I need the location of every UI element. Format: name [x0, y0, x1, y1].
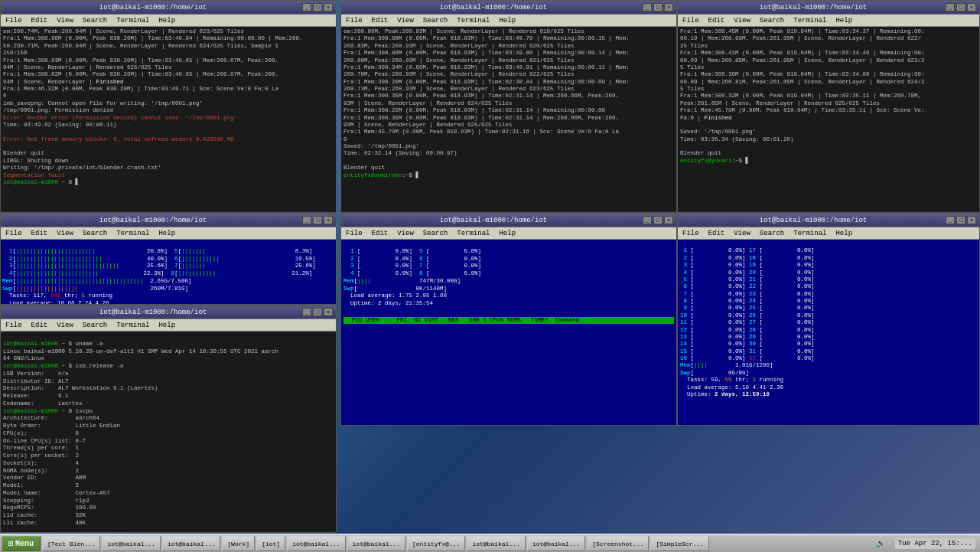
- start-button[interactable]: ⊞ Menu: [2, 536, 41, 551]
- menu-file-3[interactable]: File: [681, 17, 701, 24]
- taskbar-btn-8[interactable]: iot@baikal...: [467, 536, 525, 551]
- menu-bar-3: File Edit View Search Terminal Help: [678, 15, 979, 27]
- taskbar-btn-1[interactable]: iot@baikal...: [102, 536, 160, 551]
- menu-terminal-6[interactable]: Terminal: [115, 322, 151, 329]
- minimize-btn-htop[interactable]: _: [302, 216, 311, 224]
- menu-file-htop[interactable]: File: [4, 230, 24, 237]
- taskbar-label-3: [Work]: [227, 541, 249, 547]
- menu-view-4[interactable]: View: [396, 230, 415, 237]
- taskbar-right: 🔊 ⚡ Tue Apr 22, 15:...: [876, 538, 978, 549]
- title-bar-1: iot@baikal-m1000:/home/iot _ □ ×: [1, 1, 336, 15]
- menu-search-4[interactable]: Search: [422, 230, 449, 237]
- menu-edit-4[interactable]: Edit: [370, 230, 390, 237]
- terminal-window-4: iot@baikal-m1000:/home/iot _ □ × File Ed…: [340, 213, 677, 426]
- maximize-btn-3[interactable]: □: [956, 3, 965, 11]
- terminal-content-4: 1 [ 0.0%] 5 [ 0.0%] 2 [ 0.0%] 6 [ 0.0%] …: [341, 240, 676, 425]
- menu-terminal-5[interactable]: Terminal: [792, 230, 828, 237]
- menu-terminal-3[interactable]: Terminal: [792, 17, 828, 24]
- close-btn-2[interactable]: ×: [664, 3, 673, 11]
- window-controls-6: _ □ ×: [302, 308, 333, 316]
- terminal-window-1: iot@baikal-m1000:/home/iot _ □ × File Ed…: [0, 0, 337, 213]
- menu-help-2[interactable]: Help: [497, 17, 517, 24]
- close-btn-1[interactable]: ×: [324, 3, 333, 11]
- menu-edit-6[interactable]: Edit: [30, 322, 50, 329]
- menu-edit-1[interactable]: Edit: [30, 17, 50, 24]
- menu-terminal-4[interactable]: Terminal: [455, 230, 491, 237]
- maximize-btn-1[interactable]: □: [313, 3, 322, 11]
- window-controls-htop: _ □ ×: [302, 216, 333, 224]
- maximize-btn-5[interactable]: □: [956, 216, 965, 224]
- menu-edit-htop[interactable]: Edit: [30, 230, 50, 237]
- menu-view-6[interactable]: View: [55, 322, 75, 329]
- terminal-content-5: 1 [ 0.0%] 17 [ 0.0%] 2 [ 0.0%] 18 [ 0.0%…: [678, 240, 979, 425]
- title-bar-title-3: iot@baikal-m1000:/home/iot: [681, 4, 946, 11]
- maximize-btn-htop[interactable]: □: [313, 216, 322, 224]
- menu-terminal-2[interactable]: Terminal: [455, 17, 491, 24]
- menu-search-5[interactable]: Search: [758, 230, 786, 237]
- taskbar-btn-11[interactable]: [SimpleScr...: [650, 536, 708, 551]
- menu-file-1[interactable]: File: [4, 17, 24, 24]
- close-btn-3[interactable]: ×: [967, 3, 976, 11]
- menu-help-3[interactable]: Help: [834, 17, 854, 24]
- minimize-btn-5[interactable]: _: [946, 216, 955, 224]
- menu-view-2[interactable]: View: [396, 17, 415, 24]
- menu-bar-5: File Edit View Search Terminal Help: [678, 227, 979, 240]
- taskbar-label-7: [entityfx@...: [412, 541, 460, 547]
- menu-file-2[interactable]: File: [344, 17, 364, 24]
- taskbar-label-11: [SimpleScr...: [656, 541, 703, 547]
- menu-edit-2[interactable]: Edit: [370, 17, 390, 24]
- minimize-btn-1[interactable]: _: [302, 3, 311, 11]
- minimize-btn-4[interactable]: _: [643, 216, 652, 224]
- menu-view-3[interactable]: View: [732, 17, 752, 24]
- menu-edit-5[interactable]: Edit: [707, 230, 727, 237]
- close-btn-4[interactable]: ×: [664, 216, 673, 224]
- taskbar-btn-3[interactable]: [Work]: [222, 536, 255, 551]
- maximize-btn-4[interactable]: □: [653, 216, 663, 224]
- terminal-window-6: iot@baikal-m1000:/home/iot _ □ × File Ed…: [0, 305, 337, 533]
- terminal-window-5: iot@baikal-m1000:/home/iot _ □ × File Ed…: [677, 213, 980, 426]
- close-btn-5[interactable]: ×: [967, 216, 976, 224]
- menu-file-6[interactable]: File: [4, 322, 24, 329]
- minimize-btn-3[interactable]: _: [946, 3, 955, 11]
- menu-help-5[interactable]: Help: [834, 230, 854, 237]
- menu-help-6[interactable]: Help: [157, 322, 177, 329]
- taskbar-btn-9[interactable]: iot@baikal...: [527, 536, 585, 551]
- title-bar-6: iot@baikal-m1000:/home/iot _ □ ×: [1, 305, 336, 319]
- menu-help-1[interactable]: Help: [157, 17, 177, 24]
- close-btn-htop[interactable]: ×: [324, 216, 333, 224]
- maximize-btn-2[interactable]: □: [653, 3, 663, 11]
- taskbar-btn-0[interactable]: [Tect Blen...: [42, 536, 100, 551]
- close-btn-6[interactable]: ×: [324, 308, 333, 316]
- menu-bar-htop: File Edit View Search Terminal Help: [1, 227, 336, 240]
- minimize-btn-2[interactable]: _: [643, 3, 652, 11]
- menu-edit-3[interactable]: Edit: [707, 17, 727, 24]
- taskbar-btn-10[interactable]: [Screenshot...: [587, 536, 649, 551]
- title-bar-title-6: iot@baikal-m1000:/home/iot: [4, 309, 302, 316]
- menu-help-4[interactable]: Help: [497, 230, 517, 237]
- menu-search-2[interactable]: Search: [422, 17, 449, 24]
- menu-file-4[interactable]: File: [344, 230, 364, 237]
- minimize-btn-6[interactable]: _: [302, 308, 311, 316]
- menu-terminal-htop[interactable]: Terminal: [115, 230, 151, 237]
- title-bar-4: iot@baikal-m1000:/home/iot _ □ ×: [341, 214, 676, 227]
- menu-search-htop[interactable]: Search: [81, 230, 109, 237]
- menu-view-5[interactable]: View: [732, 230, 752, 237]
- terminal-content-6: iot@baikal-m1000 ~ $ uname -a Linux baik…: [1, 332, 336, 532]
- menu-view-1[interactable]: View: [55, 17, 75, 24]
- menu-file-5[interactable]: File: [681, 230, 701, 237]
- taskbar-btn-6[interactable]: iot@baikal...: [347, 536, 405, 551]
- menu-search-1[interactable]: Search: [81, 17, 109, 24]
- taskbar-btn-4[interactable]: [iot]: [256, 536, 285, 551]
- menu-search-6[interactable]: Search: [81, 322, 109, 329]
- menu-help-htop[interactable]: Help: [157, 230, 177, 237]
- title-bar-3: iot@baikal-m1000:/home/iot _ □ ×: [678, 1, 979, 15]
- title-bar-title-2: iot@baikal-m1000:/home/iot: [344, 4, 643, 11]
- menu-search-3[interactable]: Search: [758, 17, 786, 24]
- taskbar-btn-5[interactable]: iot@baikal...: [287, 536, 345, 551]
- taskbar-btn-7[interactable]: [entityfx@...: [407, 536, 465, 551]
- taskbar-btn-2[interactable]: iot@baikal...: [162, 536, 220, 551]
- menu-terminal-1[interactable]: Terminal: [115, 17, 151, 24]
- maximize-btn-6[interactable]: □: [313, 308, 322, 316]
- title-bar-title-htop: iot@baikal-m1000:/home/iot: [4, 217, 302, 224]
- menu-view-htop[interactable]: View: [55, 230, 75, 237]
